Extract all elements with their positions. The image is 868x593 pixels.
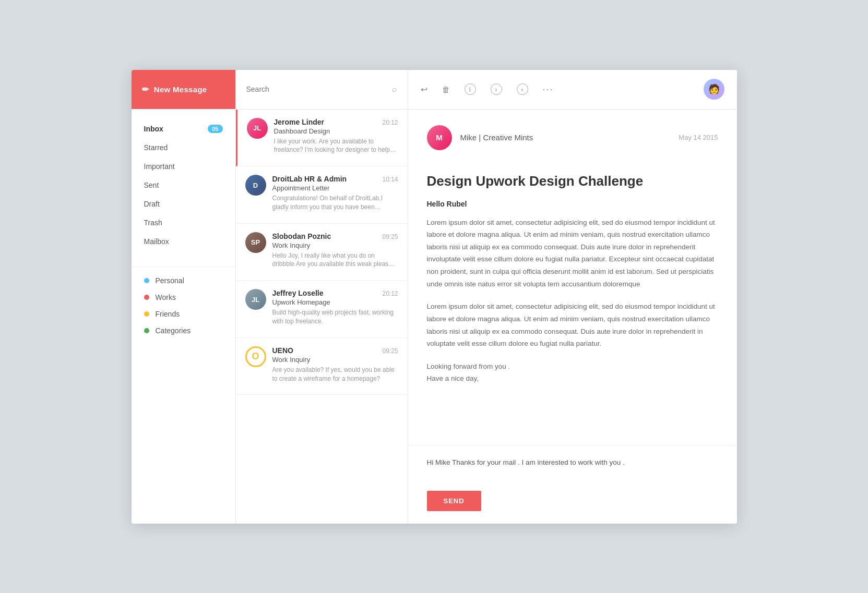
reply-footer: SEND: [408, 491, 737, 524]
email-sender-name: UENO: [272, 346, 293, 355]
email-subject: Design Upwork Design Challenge: [427, 173, 718, 189]
email-body-2: Lorem ipsum dolor sit amet, consectetur …: [427, 300, 718, 350]
search-icon[interactable]: ⌕: [392, 84, 397, 94]
sidebar-item-sent[interactable]: Sent: [132, 176, 235, 195]
email-preview-text: Build high-quality web projects fast, wo…: [272, 308, 398, 326]
info-icon[interactable]: i: [465, 83, 476, 95]
avatar: O: [245, 346, 266, 367]
reply-divider: [408, 445, 737, 446]
reply-input[interactable]: Hi Mike Thanks for your mail . I am inte…: [427, 454, 718, 478]
email-sender-row: UENO 09:25: [272, 346, 398, 355]
delete-icon[interactable]: 🗑: [442, 85, 450, 94]
label-text-personal: Personal: [156, 276, 184, 285]
avatar: SP: [245, 232, 266, 253]
sidebar-nav: Inbox05StarredImportantSentDraftTrashMai…: [132, 109, 235, 261]
email-meta: Jeffrey Loselle 20:12 Upwork Homepage Bu…: [272, 289, 398, 326]
email-subject-preview: Work Inquiry: [272, 356, 398, 364]
search-input[interactable]: [246, 85, 387, 93]
email-sender-row: DroitLab HR & Admin 10:14: [272, 175, 398, 183]
email-time: 20:12: [382, 119, 398, 126]
email-date: May 14 2015: [679, 134, 718, 141]
email-meta: UENO 09:25 Work Inquiry Are you availabl…: [272, 346, 398, 383]
email-sender-name: Slobodan Poznic: [272, 232, 331, 240]
avatar: JL: [245, 289, 266, 310]
sidebar-label-starred: Starred: [144, 143, 168, 152]
email-sender-name: DroitLab HR & Admin: [272, 175, 347, 183]
search-bar: ⌕: [236, 70, 408, 110]
email-item[interactable]: JL Jerome Linder 20:12 Dashboard Design …: [236, 110, 408, 167]
email-closing: Looking forward from you . Have a nice d…: [427, 360, 718, 385]
email-item-header: SP Slobodan Poznic 09:25 Work Inquiry He…: [245, 232, 398, 269]
reply-icon[interactable]: ↩: [421, 84, 427, 94]
email-time: 09:25: [382, 347, 398, 355]
email-sender-row: Slobodan Poznic 09:25: [272, 232, 398, 240]
new-message-button[interactable]: ✏ New Message: [132, 70, 235, 109]
label-dot-personal: [144, 278, 149, 283]
email-preview-text: Are you available? If yes, would you be …: [272, 366, 398, 383]
email-sender-name: Jeffrey Loselle: [272, 289, 324, 297]
sidebar-label-trash: Trash: [144, 219, 162, 227]
sidebar-label-mailbox: Mailbox: [144, 237, 169, 246]
label-text-friends: Friends: [156, 310, 180, 318]
sidebar-item-starred[interactable]: Starred: [132, 138, 235, 157]
email-item[interactable]: D DroitLab HR & Admin 10:14 Appointment …: [236, 166, 408, 224]
sender-info: Mike | Creative Mints: [460, 133, 671, 142]
user-avatar: 🧑: [704, 79, 724, 100]
email-subject-preview: Appointment Letter: [272, 184, 398, 192]
user-avatar-image: 🧑: [704, 79, 724, 100]
compose-icon: ✏: [142, 84, 149, 94]
sender-name: Mike | Creative Mints: [460, 133, 533, 142]
sidebar-label-inbox: Inbox: [144, 125, 163, 133]
sidebar-item-inbox[interactable]: Inbox05: [132, 119, 235, 138]
badge-inbox: 05: [208, 125, 222, 133]
email-subject-preview: Work Inquiry: [272, 241, 398, 249]
forward-icon[interactable]: ›: [491, 83, 502, 95]
app-container: ✏ New Message Inbox05StarredImportantSen…: [132, 70, 737, 524]
label-dot-works: [144, 295, 149, 300]
email-sender-row: Jerome Linder 20:12: [274, 118, 398, 126]
more-options-icon[interactable]: ···: [543, 84, 554, 95]
email-sender-name: Jerome Linder: [274, 118, 324, 126]
send-button[interactable]: SEND: [427, 491, 481, 511]
label-text-works: Works: [156, 293, 176, 301]
sidebar-item-mailbox[interactable]: Mailbox: [132, 232, 235, 251]
email-sender-row: Jeffrey Loselle 20:12: [272, 289, 398, 297]
email-item[interactable]: SP Slobodan Poznic 09:25 Work Inquiry He…: [236, 224, 408, 281]
email-item-header: D DroitLab HR & Admin 10:14 Appointment …: [245, 175, 398, 212]
back-icon[interactable]: ‹: [517, 83, 528, 95]
detail-content: M Mike | Creative Mints May 14 2015 Desi…: [408, 110, 737, 445]
detail-header: M Mike | Creative Mints May 14 2015: [427, 125, 718, 159]
label-dot-friends: [144, 311, 149, 317]
label-dot-categories: [144, 328, 149, 333]
reply-area: Hi Mike Thanks for your mail . I am inte…: [408, 454, 737, 491]
email-time: 10:14: [382, 176, 398, 183]
sidebar-item-draft[interactable]: Draft: [132, 195, 235, 213]
sender-avatar: M: [427, 125, 452, 150]
email-detail: ↩ 🗑 i › ‹ ··· 🧑 M Mike | Creative Mints …: [408, 70, 737, 524]
email-item-header: JL Jerome Linder 20:12 Dashboard Design …: [247, 118, 398, 155]
label-section: PersonalWorksFriendsCategories: [132, 272, 235, 339]
email-items-list: JL Jerome Linder 20:12 Dashboard Design …: [236, 110, 408, 524]
label-item-personal[interactable]: Personal: [132, 272, 235, 289]
sidebar-label-draft: Draft: [144, 200, 160, 208]
label-item-categories[interactable]: Categories: [132, 322, 235, 339]
label-item-friends[interactable]: Friends: [132, 306, 235, 322]
email-preview-text: Hello Joy, I really like what you do on …: [272, 251, 398, 269]
closing-line-1: Looking forward from you .: [427, 362, 510, 370]
email-meta: Slobodan Poznic 09:25 Work Inquiry Hello…: [272, 232, 398, 269]
sidebar-item-important[interactable]: Important: [132, 157, 235, 176]
new-message-label: New Message: [154, 85, 207, 94]
email-item-header: O UENO 09:25 Work Inquiry Are you availa…: [245, 346, 398, 383]
sidebar: ✏ New Message Inbox05StarredImportantSen…: [132, 70, 236, 524]
email-preview-text: Congratulations! On behalf of DroitLab,I…: [272, 194, 398, 212]
email-meta: Jerome Linder 20:12 Dashboard Design I l…: [274, 118, 398, 155]
email-item-header: JL Jeffrey Loselle 20:12 Upwork Homepage…: [245, 289, 398, 326]
sidebar-item-trash[interactable]: Trash: [132, 213, 235, 232]
email-item[interactable]: JL Jeffrey Loselle 20:12 Upwork Homepage…: [236, 281, 408, 338]
email-meta: DroitLab HR & Admin 10:14 Appointment Le…: [272, 175, 398, 212]
label-item-works[interactable]: Works: [132, 289, 235, 306]
email-preview-text: I like your work. Are you available to f…: [274, 137, 398, 155]
email-list: ⌕ JL Jerome Linder 20:12 Dashboard Desig…: [236, 70, 408, 524]
email-item[interactable]: O UENO 09:25 Work Inquiry Are you availa…: [236, 338, 408, 395]
avatar: D: [245, 175, 266, 196]
